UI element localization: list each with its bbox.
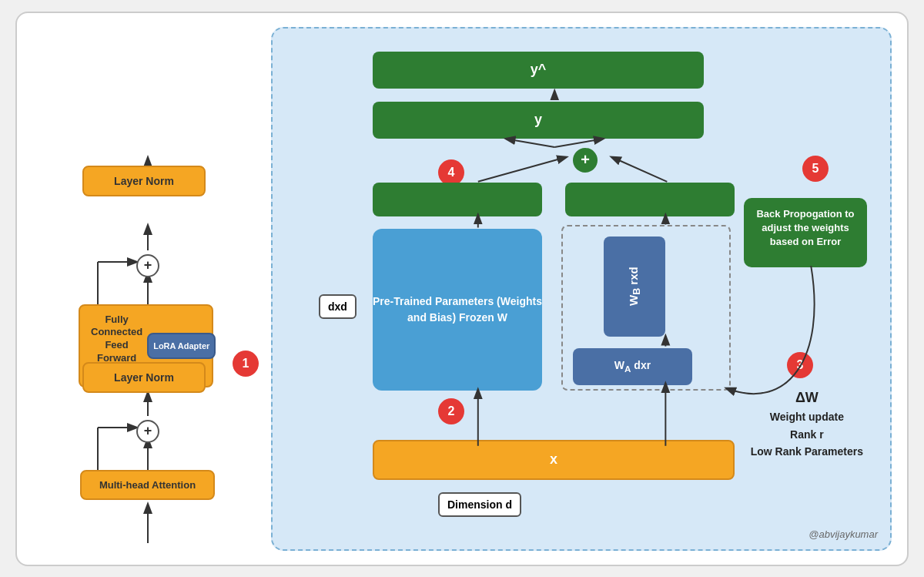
- pretrained-output-bar: [373, 183, 542, 216]
- plus-circle-top: +: [136, 254, 159, 277]
- left-panel: Layer Norm + Fully Connected Feed Forwar…: [32, 27, 263, 551]
- rank-r-label: Rank r: [751, 426, 863, 443]
- pretrained-box: Pre-Trained Parameters (Weights and Bias…: [373, 229, 542, 391]
- attention-box: Multi-head Attention: [80, 470, 215, 500]
- delta-w-label: ΔW: [751, 387, 863, 409]
- dxd-label: dxd: [319, 294, 357, 319]
- svg-line-15: [612, 157, 668, 182]
- wa-box: WA dxr: [573, 348, 692, 385]
- plus-circle-bottom: +: [136, 420, 159, 443]
- badge-3: 3: [787, 352, 813, 378]
- delta-w-block: ΔW Weight update Rank r Low Rank Paramet…: [751, 387, 863, 461]
- y-hat-box: y^: [373, 52, 704, 89]
- weight-update-label: Weight update: [751, 408, 863, 425]
- layer-norm-bottom: Layer Norm: [82, 362, 206, 393]
- svg-line-13: [507, 139, 555, 147]
- layer-norm-top: Layer Norm: [82, 166, 206, 196]
- back-prop-box: Back Propogation to adjust the weights b…: [744, 198, 867, 267]
- green-plus-circle: +: [573, 148, 598, 173]
- badge-2: 2: [438, 398, 464, 424]
- badge-5: 5: [802, 156, 829, 182]
- right-panel: y^ y + 4 dxd Pre-Trained Parameters (Wei…: [271, 27, 892, 551]
- watermark: @abvijaykumar: [808, 528, 878, 540]
- wb-box: WB rxd: [604, 237, 665, 337]
- delta-output-bar: [565, 183, 735, 216]
- main-container: Layer Norm + Fully Connected Feed Forwar…: [15, 12, 909, 566]
- x-box: x: [373, 440, 735, 480]
- dimension-d-label: Dimension d: [438, 492, 521, 517]
- svg-line-12: [554, 139, 603, 147]
- badge-1: 1: [233, 351, 259, 377]
- lora-badge: LoRA Adapter: [147, 333, 216, 359]
- badge-4: 4: [438, 159, 464, 186]
- y-box: y: [373, 102, 704, 139]
- svg-line-14: [478, 157, 566, 182]
- low-rank-label: Low Rank Parameters: [751, 443, 863, 460]
